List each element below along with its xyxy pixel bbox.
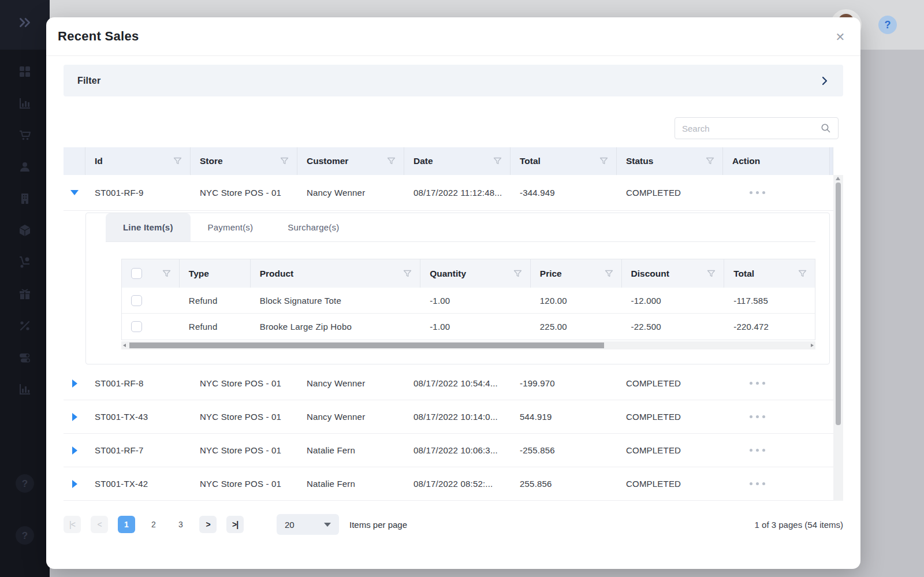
horizontal-scrollbar[interactable] <box>121 341 815 349</box>
cell-id: ST001-TX-43 <box>85 400 191 433</box>
column-header-status[interactable]: Status <box>617 147 723 175</box>
column-label: Price <box>540 269 562 279</box>
expand-row-icon[interactable] <box>64 467 85 500</box>
column-header-line-total[interactable]: Total <box>724 259 815 288</box>
row-checkbox[interactable] <box>131 295 142 306</box>
filter-funnel-icon[interactable] <box>280 157 289 165</box>
cell-total: -199.970 <box>511 367 617 400</box>
row-actions-icon[interactable] <box>723 367 830 400</box>
cell-quantity: -1.00 <box>420 314 531 340</box>
expand-row-icon[interactable] <box>64 400 85 433</box>
row-actions-icon[interactable] <box>723 434 830 467</box>
search-input[interactable] <box>682 124 821 133</box>
column-label: Type <box>189 269 209 279</box>
close-icon[interactable]: ✕ <box>833 29 848 44</box>
column-header-type[interactable]: Type <box>180 259 251 288</box>
column-header-total[interactable]: Total <box>511 147 617 175</box>
header-filler <box>830 147 833 175</box>
select-all-header <box>122 259 180 288</box>
expand-row-icon[interactable] <box>64 434 85 467</box>
row-checkbox[interactable] <box>131 321 142 332</box>
row-select <box>122 314 180 340</box>
cell-id: ST001-TX-42 <box>85 467 191 500</box>
column-label: Status <box>626 156 653 166</box>
cell-customer: Nancy Wenner <box>297 400 404 433</box>
table-row[interactable]: ST001-TX-42 NYC Store POS - 01 Natalie F… <box>64 467 833 501</box>
table-row[interactable]: ST001-RF-7 NYC Store POS - 01 Natalie Fe… <box>64 434 833 467</box>
column-header-store[interactable]: Store <box>191 147 297 175</box>
vertical-scrollbar[interactable] <box>833 175 843 501</box>
page-help-button[interactable]: ? <box>878 16 897 34</box>
filter-funnel-icon[interactable] <box>173 157 182 165</box>
filter-funnel-icon[interactable] <box>599 157 608 165</box>
line-item-row: Refund Brooke Large Zip Hobo -1.00 225.0… <box>122 314 815 340</box>
cell-id: ST001-RF-8 <box>85 367 191 400</box>
table-row[interactable]: ST001-RF-8 NYC Store POS - 01 Nancy Wenn… <box>64 367 833 400</box>
previous-page-button[interactable]: < <box>91 516 108 533</box>
scroll-left-icon[interactable] <box>123 344 126 347</box>
search-icon[interactable] <box>821 123 831 133</box>
sidebar-overlay <box>0 50 50 577</box>
scrollbar-thumb[interactable] <box>836 183 841 425</box>
filter-funnel-icon[interactable] <box>798 270 807 278</box>
next-page-button[interactable]: > <box>199 516 217 533</box>
column-label: Total <box>520 156 541 166</box>
filter-bar[interactable]: Filter <box>64 65 843 96</box>
filter-funnel-icon[interactable] <box>162 270 171 278</box>
line-items-table: Type Product Quantity Price Discount Tot… <box>121 259 815 340</box>
column-label: Total <box>733 269 754 279</box>
column-header-quantity[interactable]: Quantity <box>420 259 531 288</box>
column-header-price[interactable]: Price <box>531 259 622 288</box>
column-header-customer[interactable]: Customer <box>297 147 404 175</box>
cell-line-total: -220.472 <box>724 314 815 340</box>
filter-funnel-icon[interactable] <box>403 270 412 278</box>
cell-total: -344.949 <box>511 175 617 210</box>
scroll-up-icon[interactable] <box>836 177 840 180</box>
expand-row-icon[interactable] <box>64 367 85 400</box>
row-actions-icon[interactable] <box>723 400 830 433</box>
table-row[interactable]: ST001-RF-9 NYC Store POS - 01 Nancy Wenn… <box>64 175 833 211</box>
cell-store: NYC Store POS - 01 <box>191 367 297 400</box>
detail-card: Line Item(s) Payment(s) Surcharge(s) Typ… <box>85 213 830 364</box>
column-header-id[interactable]: Id <box>85 147 191 175</box>
collapse-row-icon[interactable] <box>64 175 85 210</box>
select-all-checkbox[interactable] <box>131 268 142 279</box>
column-header-date[interactable]: Date <box>404 147 511 175</box>
column-label: Id <box>95 156 103 166</box>
scroll-right-icon[interactable] <box>811 344 814 347</box>
line-items-header: Type Product Quantity Price Discount Tot… <box>122 259 815 288</box>
scrollbar-thumb[interactable] <box>129 343 604 348</box>
page-button-1[interactable]: 1 <box>118 516 135 533</box>
cell-total: 255.856 <box>511 467 617 500</box>
tab-surcharges[interactable]: Surcharge(s) <box>270 213 356 241</box>
chevron-right-icon <box>820 76 829 85</box>
column-header-action[interactable]: Action <box>723 147 830 175</box>
filter-funnel-icon[interactable] <box>513 270 522 278</box>
pagination-summary: 1 of 3 pages (54 items) <box>755 520 843 530</box>
column-label: Action <box>732 156 760 166</box>
cell-id: ST001-RF-9 <box>85 175 191 210</box>
row-actions-icon[interactable] <box>723 175 830 210</box>
column-header-product[interactable]: Product <box>251 259 420 288</box>
first-page-button[interactable]: |< <box>64 516 81 533</box>
filter-funnel-icon[interactable] <box>493 157 502 165</box>
pagination-bar: |< < 1 2 3 > >| 20 Items per page 1 of 3… <box>64 512 843 537</box>
sidebar-collapse-icon[interactable] <box>0 15 50 32</box>
row-actions-icon[interactable] <box>723 467 830 500</box>
filter-funnel-icon[interactable] <box>387 157 396 165</box>
tab-line-items[interactable]: Line Item(s) <box>106 213 191 241</box>
search-box <box>675 117 839 139</box>
last-page-button[interactable]: >| <box>226 516 244 533</box>
items-per-page-select[interactable]: 20 <box>277 514 339 535</box>
column-header-discount[interactable]: Discount <box>622 259 725 288</box>
page-button-2[interactable]: 2 <box>145 516 162 533</box>
cell-store: NYC Store POS - 01 <box>191 467 297 500</box>
page-button-3[interactable]: 3 <box>172 516 189 533</box>
cell-status: COMPLETED <box>617 367 723 400</box>
filter-funnel-icon[interactable] <box>706 157 714 165</box>
filter-funnel-icon[interactable] <box>707 270 716 278</box>
table-row[interactable]: ST001-TX-43 NYC Store POS - 01 Nancy Wen… <box>64 400 833 434</box>
column-label: Date <box>413 156 433 166</box>
filter-funnel-icon[interactable] <box>605 270 613 278</box>
tab-payments[interactable]: Payment(s) <box>191 213 271 241</box>
